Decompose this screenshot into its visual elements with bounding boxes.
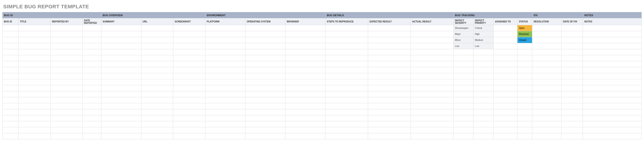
table-cell[interactable] bbox=[454, 109, 474, 115]
table-cell[interactable] bbox=[285, 127, 325, 133]
table-cell[interactable] bbox=[532, 115, 562, 121]
table-cell[interactable] bbox=[285, 109, 325, 115]
table-cell[interactable] bbox=[474, 79, 494, 85]
table-cell[interactable] bbox=[141, 97, 173, 103]
table-cell[interactable] bbox=[173, 115, 205, 121]
table-cell[interactable] bbox=[410, 79, 454, 85]
table-cell[interactable] bbox=[82, 61, 101, 67]
table-cell[interactable] bbox=[173, 79, 205, 85]
table-cell[interactable] bbox=[18, 49, 50, 55]
table-cell[interactable] bbox=[410, 121, 454, 127]
table-cell[interactable] bbox=[532, 37, 562, 43]
table-cell[interactable] bbox=[410, 61, 454, 67]
table-cell[interactable] bbox=[518, 43, 532, 49]
table-cell[interactable] bbox=[2, 103, 18, 109]
table-cell[interactable] bbox=[18, 55, 50, 61]
table-cell[interactable] bbox=[205, 37, 245, 43]
table-cell[interactable] bbox=[562, 55, 583, 61]
table-cell[interactable] bbox=[532, 97, 562, 103]
table-cell[interactable] bbox=[82, 85, 101, 91]
table-cell[interactable] bbox=[494, 25, 518, 31]
table-cell[interactable] bbox=[245, 133, 285, 139]
table-cell[interactable]: Showstopper bbox=[454, 25, 474, 31]
table-cell[interactable] bbox=[454, 55, 474, 61]
table-cell[interactable] bbox=[518, 109, 532, 115]
table-cell[interactable] bbox=[141, 25, 173, 31]
table-cell[interactable] bbox=[285, 49, 325, 55]
table-cell[interactable] bbox=[18, 97, 50, 103]
table-cell[interactable] bbox=[562, 73, 583, 79]
table-cell[interactable] bbox=[474, 73, 494, 79]
table-cell[interactable] bbox=[141, 85, 173, 91]
table-cell[interactable] bbox=[50, 109, 82, 115]
table-cell[interactable] bbox=[245, 61, 285, 67]
table-cell[interactable] bbox=[583, 67, 642, 73]
table-cell[interactable] bbox=[325, 43, 368, 49]
table-cell[interactable] bbox=[532, 103, 562, 109]
table-cell[interactable] bbox=[205, 73, 245, 79]
table-cell[interactable] bbox=[285, 73, 325, 79]
table-cell[interactable] bbox=[325, 61, 368, 67]
table-cell[interactable] bbox=[245, 31, 285, 37]
table-cell[interactable] bbox=[50, 133, 82, 139]
table-cell[interactable] bbox=[474, 55, 494, 61]
table-cell[interactable] bbox=[518, 55, 532, 61]
table-cell[interactable] bbox=[18, 73, 50, 79]
table-cell[interactable] bbox=[410, 55, 454, 61]
table-cell[interactable] bbox=[454, 103, 474, 109]
table-cell[interactable] bbox=[18, 67, 50, 73]
table-cell[interactable] bbox=[474, 103, 494, 109]
table-cell[interactable] bbox=[205, 97, 245, 103]
table-cell[interactable] bbox=[205, 115, 245, 121]
table-cell[interactable] bbox=[562, 133, 583, 139]
table-cell[interactable] bbox=[532, 49, 562, 55]
table-cell[interactable] bbox=[532, 55, 562, 61]
table-cell[interactable] bbox=[173, 67, 205, 73]
table-cell[interactable] bbox=[454, 85, 474, 91]
table-cell[interactable] bbox=[285, 103, 325, 109]
table-cell[interactable] bbox=[285, 133, 325, 139]
table-cell[interactable] bbox=[101, 109, 141, 115]
table-cell[interactable] bbox=[583, 97, 642, 103]
table-cell[interactable] bbox=[368, 31, 411, 37]
table-cell[interactable] bbox=[474, 133, 494, 139]
table-cell[interactable] bbox=[141, 73, 173, 79]
table-cell[interactable] bbox=[562, 115, 583, 121]
table-cell[interactable] bbox=[50, 43, 82, 49]
table-cell[interactable] bbox=[82, 103, 101, 109]
table-cell[interactable]: Open bbox=[518, 25, 532, 31]
table-cell[interactable] bbox=[285, 121, 325, 127]
table-cell[interactable] bbox=[562, 49, 583, 55]
table-cell[interactable] bbox=[454, 133, 474, 139]
table-cell[interactable] bbox=[101, 25, 141, 31]
table-cell[interactable] bbox=[494, 103, 518, 109]
table-cell[interactable] bbox=[474, 49, 494, 55]
table-cell[interactable] bbox=[368, 91, 411, 97]
table-cell[interactable] bbox=[583, 25, 642, 31]
table-cell[interactable] bbox=[50, 73, 82, 79]
table-cell[interactable]: Minor bbox=[454, 37, 474, 43]
table-cell[interactable] bbox=[205, 85, 245, 91]
table-cell[interactable] bbox=[173, 91, 205, 97]
table-cell[interactable] bbox=[368, 73, 411, 79]
table-cell[interactable] bbox=[173, 43, 205, 49]
table-cell[interactable] bbox=[532, 67, 562, 73]
table-cell[interactable] bbox=[82, 127, 101, 133]
table-cell[interactable] bbox=[454, 121, 474, 127]
table-cell[interactable] bbox=[532, 25, 562, 31]
table-cell[interactable] bbox=[325, 67, 368, 73]
table-cell[interactable] bbox=[583, 121, 642, 127]
table-cell[interactable] bbox=[82, 109, 101, 115]
table-cell[interactable] bbox=[562, 25, 583, 31]
table-cell[interactable] bbox=[50, 97, 82, 103]
table-cell[interactable] bbox=[18, 91, 50, 97]
table-cell[interactable] bbox=[410, 85, 454, 91]
table-cell[interactable] bbox=[532, 31, 562, 37]
table-cell[interactable] bbox=[325, 37, 368, 43]
table-cell[interactable]: Major bbox=[454, 31, 474, 37]
table-cell[interactable] bbox=[101, 31, 141, 37]
table-cell[interactable] bbox=[18, 115, 50, 121]
table-cell[interactable] bbox=[2, 79, 18, 85]
table-cell[interactable] bbox=[101, 79, 141, 85]
table-cell[interactable] bbox=[101, 133, 141, 139]
